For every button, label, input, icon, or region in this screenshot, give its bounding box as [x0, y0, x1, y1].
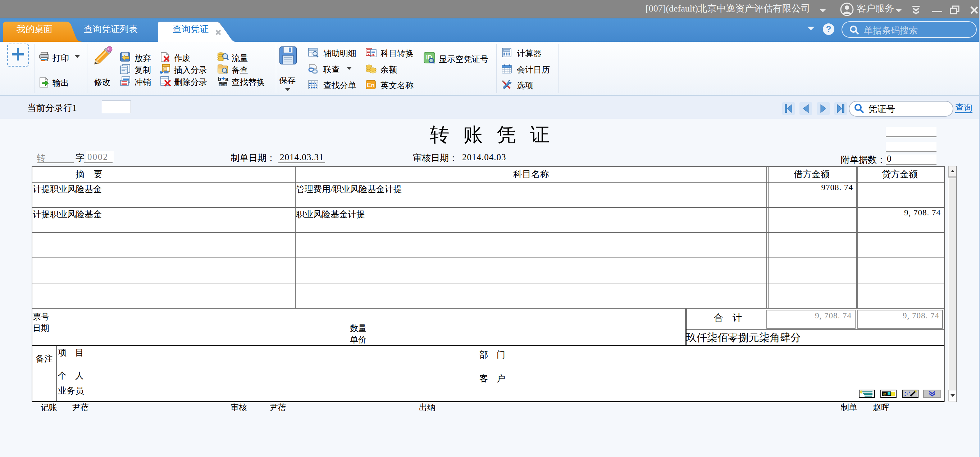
svg-text:e: e: [883, 391, 886, 396]
svg-text:?: ?: [826, 24, 832, 34]
svg-text:b: b: [218, 76, 221, 82]
svg-text:a: a: [225, 76, 228, 82]
svg-text:En: En: [367, 82, 375, 89]
